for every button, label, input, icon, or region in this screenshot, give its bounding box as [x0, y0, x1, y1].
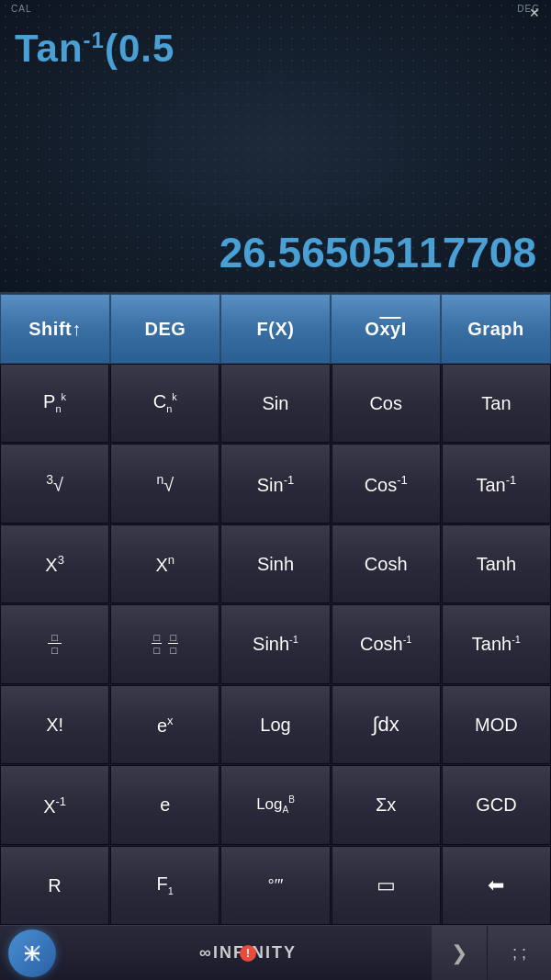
- tan-inv-button[interactable]: Tan-1: [442, 444, 551, 523]
- logb-button[interactable]: LogAB: [220, 765, 330, 844]
- f1-button[interactable]: F1: [110, 846, 219, 925]
- xinv-button[interactable]: X-1: [0, 765, 109, 844]
- bottom-bar: ! ∞INFINITY ❯ ; ;: [0, 925, 551, 980]
- semi-button[interactable]: ; ;: [487, 926, 551, 981]
- tanh-inv-button[interactable]: Tanh-1: [442, 604, 551, 683]
- tanh-button[interactable]: Tanh: [442, 524, 551, 603]
- cosh-button[interactable]: Cosh: [332, 524, 441, 603]
- nrt-button[interactable]: n√: [110, 444, 219, 523]
- xfact-button[interactable]: X!: [0, 685, 109, 764]
- tan-button[interactable]: Tan: [442, 364, 551, 443]
- sin-inv-button[interactable]: Sin-1: [220, 444, 330, 523]
- rect-button[interactable]: ▭: [332, 846, 441, 925]
- fx-button[interactable]: F(X): [220, 294, 331, 364]
- fraction-button[interactable]: □ □: [0, 604, 109, 683]
- intdx-button[interactable]: ∫dx: [332, 685, 441, 764]
- graph-button[interactable]: Graph: [441, 294, 551, 364]
- e-button[interactable]: e: [110, 765, 219, 844]
- bottom-center: ! ∞INFINITY: [64, 943, 432, 963]
- sin-button[interactable]: Sin: [220, 364, 330, 443]
- r-button[interactable]: R: [0, 846, 109, 925]
- sinh-inv-button[interactable]: Sinh-1: [220, 604, 330, 683]
- log-button[interactable]: Log: [220, 685, 330, 764]
- semi-label: ; ;: [512, 943, 526, 963]
- cal-label: CAL: [11, 4, 31, 14]
- cos-button[interactable]: Cos: [332, 364, 441, 443]
- cnk-button[interactable]: Cnk: [110, 364, 219, 443]
- arrow-button[interactable]: ❯: [432, 926, 487, 981]
- x3-button[interactable]: X3: [0, 524, 109, 603]
- cbrt-button[interactable]: 3√: [0, 444, 109, 523]
- result-display: 26.56505117708: [219, 228, 536, 277]
- degree-button[interactable]: °′″: [220, 846, 330, 925]
- cos-inv-button[interactable]: Cos-1: [332, 444, 441, 523]
- shift-button[interactable]: Shift↑: [0, 294, 110, 364]
- sumx-button[interactable]: Σx: [332, 765, 441, 844]
- display-area: CAL DEG ✕ Tan-1(0.5 26.56505117708: [0, 0, 551, 294]
- close-button[interactable]: ✕: [525, 4, 544, 22]
- alert-icon: !: [240, 945, 256, 962]
- cosh-inv-button[interactable]: Cosh-1: [332, 604, 441, 683]
- sinh-button[interactable]: Sinh: [220, 524, 330, 603]
- pnk-button[interactable]: Pnk: [0, 364, 109, 443]
- logo-button[interactable]: [0, 926, 64, 981]
- top-buttons-row: Shift↑ DEG F(X) OxyI Graph: [0, 294, 551, 364]
- expression-display: Tan-1(0.5: [0, 17, 551, 71]
- logo-icon: [8, 929, 56, 977]
- gcd-button[interactable]: GCD: [442, 765, 551, 844]
- top-labels: CAL DEG: [0, 0, 551, 17]
- mod-button[interactable]: MOD: [442, 685, 551, 764]
- calculator-grid: Pnk Cnk Sin Cos Tan 3√ n√ Sin-1 Cos-1 Ta…: [0, 364, 551, 925]
- fraction2-button[interactable]: □ □ □ □: [110, 604, 219, 683]
- xn-button[interactable]: Xn: [110, 524, 219, 603]
- ex-button[interactable]: ex: [110, 685, 219, 764]
- oxyi-button[interactable]: OxyI: [331, 294, 441, 364]
- deg-button[interactable]: DEG: [110, 294, 220, 364]
- arrow-icon: ❯: [451, 941, 467, 965]
- backspace-button[interactable]: ⬅: [442, 846, 551, 925]
